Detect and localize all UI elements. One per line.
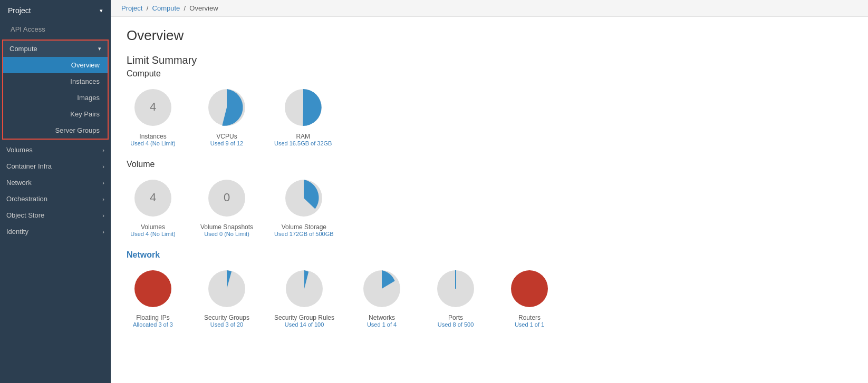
- chevron-down-icon: ▾: [98, 45, 101, 52]
- chart-ports-label: Ports: [448, 314, 463, 321]
- sidebar: Project ▾ API Access Compute ▾ Overview …: [0, 0, 111, 383]
- chart-security-groups-label: Security Groups: [204, 314, 249, 321]
- chart-ports-sublabel: Used 8 of 500: [438, 321, 474, 328]
- volume-charts-row: 4 Volumes Used 4 (No Limit) 0 Volume Sna…: [127, 177, 852, 237]
- sidebar-item-key-pairs[interactable]: Key Pairs: [3, 106, 108, 122]
- chart-volumes-svg: 4: [132, 177, 174, 219]
- chart-routers-label: Routers: [518, 314, 541, 321]
- chevron-right-icon: ›: [102, 180, 104, 186]
- chevron-down-icon: ▾: [100, 7, 103, 14]
- chart-floating-ips-svg: [132, 268, 174, 310]
- sidebar-item-overview[interactable]: Overview: [3, 57, 108, 73]
- chart-routers-sublabel: Used 1 of 1: [515, 321, 544, 328]
- chart-volume-snapshots-sublabel: Used 0 (No Limit): [204, 231, 249, 237]
- svg-text:4: 4: [150, 100, 156, 113]
- chart-floating-ips: Floating IPs Allocated 3 of 3: [127, 268, 179, 328]
- chart-ports: Ports Used 8 of 500: [429, 268, 482, 328]
- sidebar-project[interactable]: Project ▾: [0, 0, 111, 21]
- main-content: Project / Compute / Overview Overview Li…: [111, 0, 868, 383]
- chart-volume-storage-label: Volume Storage: [282, 223, 326, 231]
- sidebar-group-network[interactable]: Network ›: [0, 174, 111, 191]
- network-section-title: Network: [127, 250, 852, 260]
- svg-text:0: 0: [224, 191, 230, 204]
- chart-routers: Routers Used 1 of 1: [503, 268, 556, 328]
- chart-volumes-label: Volumes: [141, 223, 165, 231]
- svg-point-9: [134, 270, 171, 307]
- sidebar-group-object-store[interactable]: Object Store ›: [0, 207, 111, 223]
- chart-ram: RAM Used 16.5GB of 32GB: [274, 86, 332, 146]
- sidebar-compute-section: Compute ▾ Overview Instances Images Key …: [2, 40, 109, 140]
- chart-security-group-rules-sublabel: Used 14 of 100: [285, 321, 324, 328]
- sidebar-item-instances[interactable]: Instances: [3, 73, 108, 90]
- volume-section-title: Volume: [127, 160, 852, 169]
- chart-volume-snapshots-svg: 0: [206, 177, 248, 219]
- sidebar-group-volumes[interactable]: Volumes ›: [0, 142, 111, 158]
- chart-instances: 4 Instances Used 4 (No Limit): [127, 86, 179, 146]
- sidebar-item-server-groups[interactable]: Server Groups: [3, 122, 108, 139]
- limit-summary-title: Limit Summary: [127, 54, 852, 66]
- chevron-right-icon: ›: [102, 147, 104, 153]
- compute-section-title: Compute: [127, 69, 852, 78]
- sidebar-item-images[interactable]: Images: [3, 90, 108, 106]
- sidebar-compute-label: Compute: [9, 45, 37, 53]
- chart-volumes-sublabel: Used 4 (No Limit): [130, 231, 176, 237]
- chevron-right-icon: ›: [102, 229, 104, 235]
- chart-security-group-rules: Security Group Rules Used 14 of 100: [274, 268, 334, 328]
- chart-networks: Networks Used 1 of 4: [355, 268, 408, 328]
- chart-volume-storage: Volume Storage Used 172GB of 500GB: [274, 177, 334, 237]
- chart-networks-label: Networks: [369, 314, 395, 321]
- chart-security-group-rules-label: Security Group Rules: [274, 314, 334, 321]
- chart-instances-sublabel: Used 4 (No Limit): [130, 140, 176, 146]
- chart-security-group-rules-svg: [283, 268, 325, 310]
- sidebar-item-api-access[interactable]: API Access: [0, 21, 111, 37]
- content-area: Overview Limit Summary Compute 4 Instanc…: [111, 17, 868, 383]
- chart-volumes: 4 Volumes Used 4 (No Limit): [127, 177, 179, 237]
- chart-instances-label: Instances: [139, 133, 166, 140]
- breadcrumb-compute[interactable]: Compute: [152, 4, 180, 12]
- chart-routers-svg: [508, 268, 551, 310]
- chart-vcpus-svg: [206, 86, 248, 129]
- compute-charts-row: 4 Instances Used 4 (No Limit) VCPUs Used…: [127, 86, 852, 146]
- chevron-right-icon: ›: [102, 212, 104, 219]
- sidebar-group-orchestration[interactable]: Orchestration ›: [0, 191, 111, 207]
- chart-security-groups-svg: [206, 268, 248, 310]
- chart-floating-ips-sublabel: Allocated 3 of 3: [133, 321, 173, 328]
- chart-floating-ips-label: Floating IPs: [136, 314, 169, 321]
- chart-ram-sublabel: Used 16.5GB of 32GB: [274, 140, 332, 146]
- chart-instances-svg: 4: [132, 86, 174, 129]
- chevron-right-icon: ›: [102, 196, 104, 202]
- chart-ports-svg: [435, 268, 477, 310]
- sidebar-project-label: Project: [8, 6, 31, 15]
- chevron-right-icon: ›: [102, 163, 104, 170]
- chart-volume-storage-sublabel: Used 172GB of 500GB: [274, 231, 334, 237]
- chart-ram-svg: [282, 86, 324, 129]
- chart-security-groups: Security Groups Used 3 of 20: [200, 268, 253, 328]
- svg-text:4: 4: [150, 191, 156, 204]
- chart-vcpus-label: VCPUs: [216, 133, 237, 140]
- chart-security-groups-sublabel: Used 3 of 20: [210, 321, 243, 328]
- network-charts-row: Floating IPs Allocated 3 of 3 Security G…: [127, 268, 852, 328]
- sidebar-group-container-infra[interactable]: Container Infra ›: [0, 158, 111, 174]
- sidebar-group-compute[interactable]: Compute ▾: [3, 41, 108, 57]
- chart-vcpus: VCPUs Used 9 of 12: [200, 86, 253, 146]
- chart-vcpus-sublabel: Used 9 of 12: [210, 140, 243, 146]
- breadcrumb: Project / Compute / Overview: [111, 0, 868, 17]
- breadcrumb-overview: Overview: [189, 4, 218, 12]
- chart-networks-svg: [361, 268, 403, 310]
- chart-networks-sublabel: Used 1 of 4: [367, 321, 397, 328]
- page-title: Overview: [127, 27, 852, 44]
- chart-volume-storage-svg: [283, 177, 325, 219]
- sidebar-group-identity[interactable]: Identity ›: [0, 223, 111, 240]
- svg-point-15: [511, 270, 548, 307]
- breadcrumb-project[interactable]: Project: [121, 4, 142, 12]
- chart-ram-label: RAM: [296, 133, 310, 140]
- chart-volume-snapshots-label: Volume Snapshots: [200, 223, 253, 231]
- chart-volume-snapshots: 0 Volume Snapshots Used 0 (No Limit): [200, 177, 253, 237]
